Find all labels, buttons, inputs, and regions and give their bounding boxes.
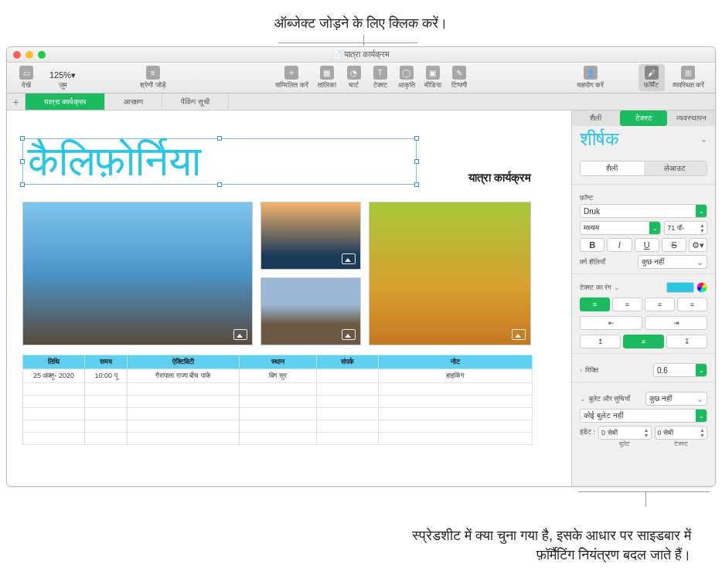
format-button[interactable]: 🖌 फ़ॉर्मैट (639, 64, 665, 91)
valign-top-button[interactable]: ↥ (580, 335, 621, 348)
col-contact[interactable]: संपर्क (317, 355, 379, 369)
outdent-button[interactable]: ⇤ (580, 316, 642, 330)
photo-coast[interactable] (22, 202, 253, 345)
align-center-button[interactable]: ≡ (612, 297, 642, 311)
selection-handle[interactable] (217, 182, 222, 187)
cell-contact[interactable] (317, 369, 379, 383)
cell-activity[interactable]: गैरापाता राज्य बीच पार्क (128, 369, 240, 383)
valign-middle-button[interactable]: ≡ (623, 335, 664, 348)
spacing-dropdown[interactable]: 0.6 ⌄ (653, 363, 707, 377)
advanced-font-button[interactable]: ⚙▾ (689, 238, 707, 252)
seg-layout[interactable]: लेआउट (644, 161, 707, 175)
table-row[interactable] (23, 433, 533, 445)
media-button[interactable]: ▣ मीडिया (420, 64, 446, 91)
text-indent-stepper[interactable]: 0 सेमी▲▼ (655, 426, 708, 440)
add-sheet-button[interactable]: + (7, 93, 26, 110)
collaborate-button[interactable]: 👤 सहयोग करें (572, 64, 609, 91)
color-wheel-icon[interactable] (696, 282, 707, 293)
font-family-dropdown[interactable]: Druk ⌄ (580, 204, 707, 218)
align-right-button[interactable]: ≡ (645, 297, 675, 311)
sheet-tab-packing[interactable]: पैकिंग सूची (162, 93, 229, 110)
add-category-button[interactable]: ≡ श्रेणी जोड़ें (135, 64, 171, 91)
table-row[interactable] (23, 408, 533, 420)
style-layout-segment[interactable]: शैली लेआउट (580, 161, 707, 176)
photo-lighthouse[interactable] (261, 202, 361, 270)
table-row[interactable] (23, 420, 533, 433)
valign-bottom-button[interactable]: ↧ (666, 335, 707, 348)
bullets-dropdown[interactable]: कुछ नहीं⌄ (645, 392, 707, 406)
font-size-stepper[interactable]: 71 पॉ॰ ▲▼ (664, 221, 707, 235)
view-button[interactable]: ▭ देखें (13, 64, 39, 91)
bullet-indent-stepper[interactable]: 0 सेमी▲▼ (598, 426, 652, 440)
zoom-dropdown[interactable]: 125%▾ ज़ूम (43, 68, 83, 91)
insert-button[interactable]: ＋ सम्मिलित करें (271, 64, 313, 91)
chart-button[interactable]: ◔ चार्ट (341, 64, 367, 91)
paragraph-style-button[interactable]: शीर्षक ⌄ (572, 126, 715, 153)
chart-icon: ◔ (347, 66, 361, 80)
align-left-button[interactable]: ≡ (580, 297, 610, 311)
stepper-arrows-icon: ▲▼ (700, 223, 705, 233)
tab-arrange[interactable]: व्यवस्थापन (667, 110, 715, 126)
col-note[interactable]: नोट (379, 355, 533, 369)
align-justify-button[interactable]: ≡ (677, 297, 707, 311)
char-styles-dropdown[interactable]: कुछ नहीं⌄ (638, 255, 707, 269)
table-row[interactable]: 25 अक्तू॰ 2020 10:00 पू गैरापाता राज्य ब… (23, 369, 533, 383)
col-activity[interactable]: ऐक्टिविटी (128, 355, 240, 369)
selection-handle[interactable] (20, 159, 25, 164)
table-row[interactable] (23, 383, 533, 396)
photo-flowers[interactable] (369, 202, 531, 345)
sheet-tab-reservations[interactable]: आरक्षण (105, 93, 162, 110)
image-icon (233, 329, 247, 340)
col-location[interactable]: स्थान (240, 355, 317, 369)
chart-label: चार्ट (349, 81, 359, 90)
table-button[interactable]: ▦ तालिका (313, 64, 341, 91)
canvas[interactable]: कैलिफ़ोर्निया यात्रा कार्यक्रम (7, 110, 571, 486)
selection-handle[interactable] (414, 182, 419, 187)
font-weight-dropdown[interactable]: मध्यम ⌄ (580, 221, 661, 235)
shape-button[interactable]: ◯ आकृति (393, 64, 420, 91)
title-text-box[interactable]: कैलिफ़ोर्निया (22, 138, 417, 185)
toolbar: ▭ देखें 125%▾ ज़ूम ≡ श्रेणी जोड़ें ＋ सम्… (7, 63, 715, 93)
cell-location[interactable]: बिग सुर (240, 369, 317, 383)
cell-note[interactable]: हाइकिंग (379, 369, 533, 383)
selection-handle[interactable] (217, 136, 222, 141)
text-button[interactable]: T टेक्स्ट (367, 64, 393, 91)
table-icon: ▦ (320, 66, 334, 80)
itinerary-table[interactable]: तिथि समय ऐक्टिविटी स्थान संपर्क नोट 25 अ… (22, 355, 533, 445)
bullet-type-dropdown[interactable]: कोई बुलेट नहीं ⌄ (580, 409, 707, 423)
col-time[interactable]: समय (85, 355, 128, 369)
chevron-down-icon[interactable]: ⌄ (580, 395, 586, 403)
image-icon (342, 253, 356, 264)
organize-button[interactable]: ⊞ व्यवस्थित करें (668, 64, 710, 91)
text-color-swatch[interactable] (666, 282, 694, 293)
selection-handle[interactable] (414, 136, 419, 141)
collaborate-icon: 👤 (584, 66, 598, 80)
selection-handle[interactable] (20, 136, 25, 141)
tab-style[interactable]: शैली (572, 110, 620, 126)
cell-time[interactable]: 10:00 पू (85, 369, 128, 383)
stepper-arrows-icon: ▲▼ (644, 427, 649, 438)
align-left-icon: ≡ (593, 301, 597, 308)
shape-label: आकृति (398, 81, 415, 90)
col-date[interactable]: तिथि (23, 355, 85, 369)
photo-seals[interactable] (261, 277, 361, 345)
tab-text[interactable]: टेक्स्ट (620, 110, 668, 126)
stepper-arrows-icon: ▲▼ (700, 427, 705, 438)
comment-button[interactable]: ✎ टिप्पणी (446, 64, 472, 91)
cell-date[interactable]: 25 अक्तू॰ 2020 (23, 369, 85, 383)
valign-bottom-icon: ↧ (684, 338, 690, 345)
selection-handle[interactable] (20, 182, 25, 187)
italic-button[interactable]: I (607, 238, 632, 252)
bold-button[interactable]: B (580, 238, 605, 252)
insert-label: सम्मिलित करें (275, 81, 308, 90)
underline-button[interactable]: U (635, 238, 659, 252)
sheet-tab-active[interactable]: यात्रा कार्यक्रम (26, 93, 105, 110)
table-row[interactable] (23, 396, 533, 408)
indent-button[interactable]: ⇥ (645, 316, 707, 330)
selection-handle[interactable] (414, 159, 419, 164)
image-icon (342, 329, 356, 340)
seg-style[interactable]: शैली (581, 161, 644, 175)
strike-button[interactable]: S (662, 238, 686, 252)
chevron-down-icon: ⌄ (696, 257, 703, 267)
chevron-right-icon[interactable]: › (580, 366, 582, 374)
